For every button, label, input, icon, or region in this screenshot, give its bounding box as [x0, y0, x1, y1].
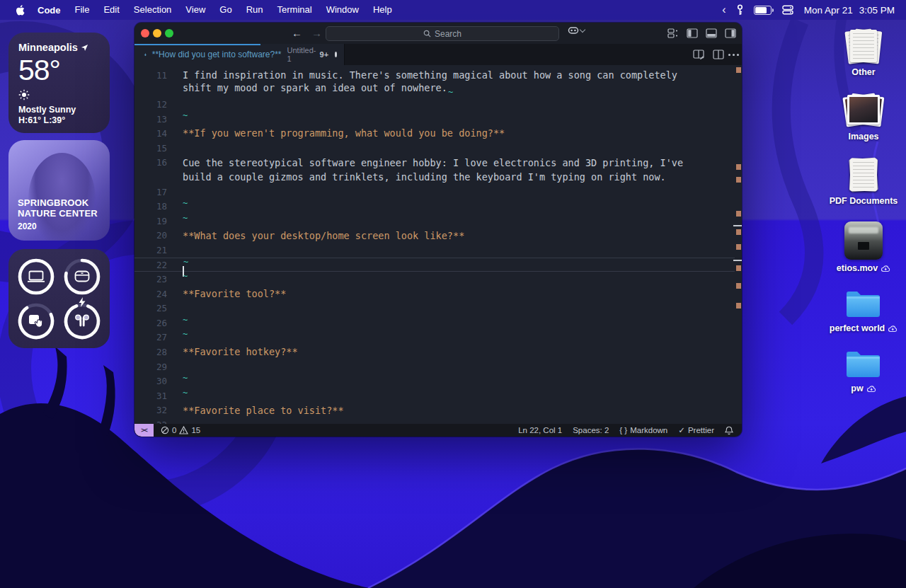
toggle-panel-icon[interactable] — [706, 28, 717, 38]
more-actions-icon[interactable] — [733, 54, 735, 56]
braces-icon: { } — [619, 426, 627, 434]
customize-layout-icon[interactable] — [667, 28, 679, 38]
problems-status[interactable]: 0 15 — [161, 426, 200, 434]
editor-line-wrap[interactable]: shift my mood or spark an idea out of no… — [134, 83, 735, 98]
battery-status-icon[interactable] — [754, 6, 772, 15]
photo-caption-line1: SPRINGBROOK — [18, 198, 98, 209]
password-key-icon[interactable] — [737, 4, 743, 16]
status-bar: >< 0 15 Ln 22, Col 1 Spaces: 2 { } Markd… — [134, 424, 742, 437]
menu-item-run[interactable]: Run — [239, 0, 270, 20]
folder-icon — [844, 349, 883, 380]
formatter-status[interactable]: ✓ Prettier — [678, 425, 714, 435]
menu-item-terminal[interactable]: Terminal — [270, 0, 319, 20]
weather-widget[interactable]: Minneapolis 58° Mostly Sunny H:61° L:39° — [8, 33, 110, 133]
menu-item-help[interactable]: Help — [366, 0, 399, 20]
navigate-back-button[interactable]: ← — [292, 23, 302, 44]
indentation-status[interactable]: Spaces: 2 — [573, 426, 609, 434]
editor-current-line[interactable]: 22 — [134, 258, 735, 272]
navigate-forward-button[interactable]: → — [311, 23, 322, 44]
editor-line[interactable]: 13 — [134, 112, 735, 127]
editor-line[interactable]: 30 — [134, 374, 735, 388]
menu-item-view[interactable]: View — [178, 0, 212, 20]
cursor-position-status[interactable]: Ln 22, Col 1 — [518, 426, 562, 434]
editor-line[interactable]: 17 — [134, 185, 735, 200]
toggle-secondary-sidebar-icon[interactable] — [725, 28, 736, 38]
minimize-window-button[interactable] — [153, 29, 161, 38]
battery-ring-airpods — [59, 299, 105, 343]
window-titlebar[interactable]: ← → Search — [134, 23, 742, 44]
editor-line[interactable]: 21 — [134, 243, 735, 258]
weather-high-low: H:61° L:39° — [18, 115, 100, 125]
editor-line[interactable]: 14**If you weren't programming, what wou… — [134, 126, 735, 141]
overview-warning-mark — [736, 229, 741, 235]
overview-cursor-mark — [733, 225, 742, 226]
copilot-icon — [568, 26, 579, 35]
editor-line[interactable]: 15 — [134, 141, 735, 156]
editor-line[interactable]: 16Cue the stereotypical software enginee… — [134, 156, 735, 171]
notifications-bell-icon[interactable] — [725, 426, 733, 435]
overview-warning-mark — [736, 67, 741, 73]
desktop-folder-perfect-world[interactable]: perfect world — [830, 289, 898, 333]
battery-ring-trackpad — [13, 299, 59, 343]
editor-tab-bar: **How did you get into software?** Untit… — [134, 44, 742, 65]
editor-line[interactable]: 24**Favorite tool?** — [134, 287, 735, 301]
check-icon: ✓ — [678, 425, 685, 435]
zoom-window-button[interactable] — [165, 29, 173, 38]
menu-item-go[interactable]: Go — [212, 0, 239, 20]
editor-line[interactable]: 12 — [134, 97, 735, 112]
editor-line[interactable]: 26 — [134, 316, 735, 330]
menu-bar: Code File Edit Selection View Go Run Ter… — [0, 0, 906, 20]
overview-warning-mark — [736, 177, 741, 183]
icloud-download-icon — [888, 325, 898, 333]
editor-line[interactable]: 19 — [134, 214, 735, 229]
editor-line[interactable]: 27 — [134, 330, 735, 345]
overview-warning-mark — [736, 244, 741, 250]
editor-line[interactable]: 28**Favorite hotkey?** — [134, 345, 735, 359]
editor-line[interactable]: 25 — [134, 301, 735, 316]
video-thumbnail-icon — [844, 221, 883, 260]
sun-icon — [18, 89, 30, 100]
menubar-collapse-chevron[interactable]: ‹ — [722, 0, 726, 20]
split-editor-icon[interactable] — [713, 50, 724, 59]
desktop-file-etios-mov[interactable]: etios.mov — [837, 221, 890, 273]
close-window-button[interactable] — [141, 29, 149, 38]
overview-warning-mark — [736, 164, 741, 170]
unsaved-changes-dot[interactable] — [335, 52, 337, 57]
batteries-widget[interactable] — [8, 249, 110, 348]
desktop-stack-pdf-documents[interactable]: PDF Documents — [830, 157, 898, 206]
editor-line[interactable]: 29 — [134, 359, 735, 374]
display-settings-icon[interactable] — [782, 5, 793, 15]
icon-label: pw — [851, 384, 863, 393]
editor-line[interactable]: 23 — [134, 272, 735, 287]
tab-untitled-1[interactable]: **How did you get into software?** Untit… — [134, 44, 345, 65]
remote-indicator[interactable]: >< — [134, 424, 154, 437]
menu-item-file[interactable]: File — [68, 0, 97, 20]
icloud-download-icon — [866, 385, 876, 393]
photo-widget[interactable]: SPRINGBROOK NATURE CENTER 2020 — [8, 140, 110, 241]
toggle-primary-sidebar-icon[interactable] — [687, 28, 698, 38]
desktop-stack-other[interactable]: Other — [844, 28, 883, 77]
icon-label: Images — [848, 132, 878, 142]
location-arrow-icon — [81, 44, 88, 52]
airpods-icon — [74, 314, 91, 328]
menu-app-name[interactable]: Code — [30, 5, 68, 16]
menu-item-selection[interactable]: Selection — [127, 0, 178, 20]
menu-item-window[interactable]: Window — [319, 0, 366, 20]
editor-line[interactable]: 31 — [134, 388, 735, 403]
menubar-clock[interactable]: Mon Apr 21 3:05 PM — [804, 5, 895, 16]
editor-line-wrap[interactable]: build a couple gizmos and trinklets, inc… — [134, 170, 735, 185]
command-center-search[interactable]: Search — [326, 26, 559, 41]
editor-line[interactable]: 18 — [134, 199, 735, 214]
text-editor[interactable]: 11I find inspiration in music. There's s… — [134, 65, 742, 424]
errors-icon — [161, 426, 169, 434]
open-preview-icon[interactable] — [693, 50, 704, 59]
copilot-menu-button[interactable] — [568, 26, 585, 35]
desktop-stack-images[interactable]: Images — [844, 93, 883, 142]
editor-line[interactable]: 32**Favorite place to visit?** — [134, 403, 735, 418]
menu-item-edit[interactable]: Edit — [96, 0, 126, 20]
language-mode-status[interactable]: { } Markdown — [619, 426, 667, 434]
editor-line[interactable]: 33 — [134, 417, 735, 424]
desktop-folder-pw[interactable]: pw — [844, 349, 883, 393]
apple-menu[interactable] — [16, 5, 25, 16]
editor-line[interactable]: 20**What does your desktop/home screen l… — [134, 229, 735, 243]
